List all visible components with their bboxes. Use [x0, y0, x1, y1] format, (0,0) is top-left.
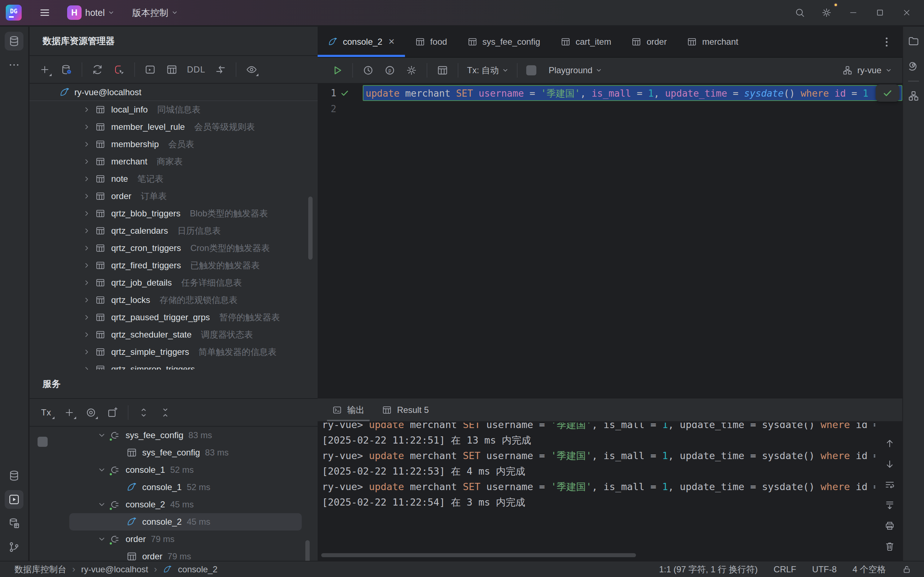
table-row[interactable]: qrtz_simprop_triggers	[30, 361, 318, 370]
scroll-to-end-button[interactable]	[883, 499, 896, 512]
table-row[interactable]: qrtz_simple_triggers简单触发器的信息表	[30, 343, 318, 361]
indent-style[interactable]: 4 个空格	[853, 564, 886, 575]
service-row[interactable]: console_152 ms	[69, 479, 302, 496]
tab-options-button[interactable]	[880, 35, 893, 48]
toolwindow-project-button[interactable]	[904, 32, 923, 50]
expand-all-button[interactable]	[137, 406, 150, 419]
tx-mode-button[interactable]: Tx	[38, 406, 54, 419]
caret-position[interactable]: 1:1 (97 字符, 1 行 换行符)	[659, 564, 758, 575]
stop-button-disabled[interactable]	[526, 65, 536, 76]
table-icon	[126, 447, 137, 458]
editor-tab-food[interactable]: food	[405, 27, 457, 57]
output-tab-输出[interactable]: 输出	[325, 398, 372, 421]
table-row[interactable]: merchant商家表	[30, 153, 318, 170]
stop-button-disabled[interactable]	[37, 437, 48, 447]
breadcrumb-item[interactable]: console_2	[178, 564, 217, 574]
inspection-ok-widget[interactable]	[876, 84, 900, 102]
expand-all-icon	[138, 407, 149, 418]
datasource-properties-button[interactable]	[60, 63, 73, 76]
settings-button[interactable]	[816, 4, 837, 21]
editor-tab-order[interactable]: order	[621, 27, 677, 57]
table-row[interactable]: qrtz_locks存储的悲观锁信息表	[30, 292, 318, 309]
table-row[interactable]: local_info同城信息表	[30, 101, 318, 118]
soft-wrap-button[interactable]	[883, 478, 896, 491]
jump-to-console-button[interactable]	[144, 63, 157, 76]
open-in-new-tab-button[interactable]	[106, 406, 119, 419]
toolwindow-datasources-button[interactable]	[5, 514, 23, 533]
add-datasource-button[interactable]	[38, 63, 51, 76]
toolwindow-structure-button[interactable]	[904, 87, 923, 105]
table-row[interactable]: qrtz_cron_triggersCron类型的触发器表	[30, 239, 318, 257]
run-button[interactable]	[331, 64, 344, 77]
unlock-icon[interactable]	[901, 564, 912, 574]
parameters-button[interactable]: p	[383, 64, 396, 77]
output-log[interactable]: ry-vue> update merchant SET username = '…	[318, 423, 875, 549]
services-toolbar: Tx	[30, 399, 318, 427]
toolwindow-database-button[interactable]	[5, 32, 23, 50]
service-row[interactable]: sys_fee_config83 ms	[69, 427, 302, 444]
table-row[interactable]: qrtz_scheduler_state调度器状态表	[30, 326, 318, 343]
schema-selector[interactable]: ry-vue	[842, 65, 902, 76]
add-service-button[interactable]	[63, 406, 76, 419]
project-selector[interactable]: H hotel	[62, 4, 119, 21]
table-row[interactable]: membership会员表	[30, 135, 318, 153]
open-table-button[interactable]	[165, 63, 178, 76]
view-options-button[interactable]	[245, 63, 258, 76]
service-row[interactable]: console_152 ms	[69, 461, 302, 479]
sql-statement-selected[interactable]: update merchant SET username = '季建国', is…	[363, 85, 902, 101]
refresh-button[interactable]	[91, 63, 104, 76]
next-statement-button[interactable]	[883, 458, 896, 471]
table-row[interactable]: qrtz_blob_triggersBlob类型的触发器表	[30, 205, 318, 222]
edit-as-table-button[interactable]	[436, 64, 449, 77]
ddl-button[interactable]: DDL	[187, 63, 205, 76]
service-row[interactable]: console_245 ms	[69, 496, 302, 513]
console-settings-button[interactable]	[405, 64, 418, 77]
service-row[interactable]: order79 ms	[69, 530, 302, 548]
table-row[interactable]: qrtz_calendars日历信息表	[30, 222, 318, 239]
toolwindow-git-button[interactable]	[5, 538, 23, 556]
close-button[interactable]	[897, 4, 917, 21]
file-encoding[interactable]: UTF-8	[812, 564, 837, 574]
search-everywhere-button[interactable]	[790, 4, 810, 21]
playground-selector[interactable]: Playground	[549, 65, 602, 76]
history-button[interactable]	[362, 64, 375, 77]
line-separator[interactable]: CRLF	[774, 564, 796, 574]
table-row[interactable]: qrtz_job_details任务详细信息表	[30, 274, 318, 292]
datasource-root-row[interactable]: ry-vue@localhost	[30, 84, 318, 101]
prev-statement-button[interactable]	[883, 437, 896, 450]
service-row[interactable]: sys_fee_config83 ms	[69, 444, 302, 461]
maximize-button[interactable]	[870, 4, 890, 21]
chevron-right-icon	[83, 297, 90, 304]
minimize-button[interactable]	[843, 4, 863, 21]
tx-mode-selector[interactable]: Tx: 自动	[467, 64, 508, 76]
editor-tab-merchant[interactable]: merchant	[677, 27, 748, 57]
preview-button[interactable]	[84, 406, 97, 419]
breadcrumb-item[interactable]: ry-vue@localhost	[81, 564, 149, 574]
table-row[interactable]: qrtz_fired_triggers已触发的触发器表	[30, 257, 318, 274]
compare-button[interactable]	[214, 63, 227, 76]
editor-tab-cart_item[interactable]: cart_item	[551, 27, 622, 57]
explorer-scrollbar[interactable]	[308, 197, 313, 259]
breadcrumb-item[interactable]: 数据库控制台	[15, 564, 66, 575]
toolwindow-ai-button[interactable]	[904, 56, 923, 74]
table-row[interactable]: note笔记表	[30, 170, 318, 187]
table-row[interactable]: member_level_rule会员等级规则表	[30, 118, 318, 135]
service-row[interactable]: console_245 ms	[69, 513, 302, 530]
main-menu-button[interactable]	[34, 4, 56, 21]
output-tab-Result 5[interactable]: Result 5	[375, 398, 436, 421]
table-row[interactable]: order订单表	[30, 187, 318, 205]
output-hscrollbar[interactable]	[321, 553, 636, 557]
editor-tab-console_2[interactable]: console_2✕	[318, 27, 405, 57]
editor-tab-sys_fee_config[interactable]: sys_fee_config	[457, 27, 551, 57]
toolwindow-services-button[interactable]	[5, 490, 23, 509]
toolwindow-dbconsole-button[interactable]	[5, 466, 23, 485]
more-toolwindows-button[interactable]	[5, 56, 23, 74]
vcs-menu[interactable]: 版本控制	[127, 4, 183, 21]
collapse-all-button[interactable]	[159, 406, 172, 419]
table-row[interactable]: qrtz_paused_trigger_grps暂停的触发器表	[30, 309, 318, 326]
code-editor[interactable]: 1 2 update merchant SET username = '季建国'…	[318, 84, 902, 398]
close-tab-icon[interactable]: ✕	[388, 37, 394, 47]
print-button[interactable]	[883, 519, 896, 532]
disconnect-button[interactable]	[113, 63, 126, 76]
clear-output-button[interactable]	[883, 540, 896, 553]
